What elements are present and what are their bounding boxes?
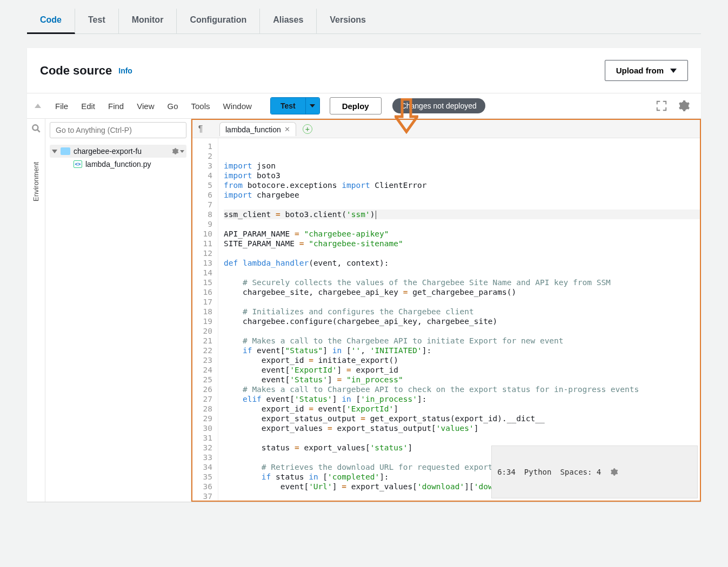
- panel-header: Code source Info Upload from: [27, 48, 701, 93]
- line-gutter: 1234567891011121314151617181920212223242…: [192, 138, 218, 501]
- file-explorer: chargebee-export-fu <> lambda_function.p…: [45, 119, 191, 502]
- new-tab-button[interactable]: +: [303, 124, 312, 134]
- code-editor[interactable]: 1234567891011121314151617181920212223242…: [192, 138, 700, 501]
- goto-anything-input[interactable]: [50, 122, 186, 138]
- menu-find[interactable]: Find: [102, 98, 130, 114]
- code-content: import jsonimport boto3from botocore.exc…: [218, 138, 700, 501]
- tree-root-folder[interactable]: chargebee-export-fu: [50, 145, 186, 158]
- caret-down-icon: [310, 104, 315, 107]
- editor-tab-label: lambda_function: [225, 125, 281, 134]
- svg-point-0: [32, 125, 38, 130]
- folder-icon: [61, 147, 70, 155]
- lambda-tab-strip: CodeTestMonitorConfigurationAliasesVersi…: [27, 5, 701, 34]
- tab-aliases[interactable]: Aliases: [260, 9, 317, 33]
- environment-side-tab[interactable]: Environment: [32, 160, 40, 204]
- upload-from-button[interactable]: Upload from: [605, 60, 688, 81]
- test-split-button: Test: [270, 97, 320, 114]
- editor-status-bar: 6:34 Python Spaces: 4: [491, 446, 698, 498]
- close-tab-icon[interactable]: ✕: [284, 125, 290, 133]
- code-source-panel: Code source Info Upload from FileEditFin…: [27, 48, 701, 502]
- info-link[interactable]: Info: [118, 66, 132, 75]
- editor-pane: ¶ lambda_function ✕ + 123456789101112131…: [191, 119, 701, 502]
- cloud9-ide: FileEditFindViewGoToolsWindow Test Deplo…: [27, 93, 701, 502]
- deploy-button[interactable]: Deploy: [330, 97, 382, 114]
- menu-view[interactable]: View: [130, 98, 161, 114]
- menu-go[interactable]: Go: [161, 98, 184, 114]
- caret-down-icon: [670, 69, 677, 73]
- fullscreen-icon[interactable]: [656, 100, 667, 112]
- tab-monitor[interactable]: Monitor: [119, 9, 177, 33]
- editor-tab[interactable]: lambda_function ✕: [219, 122, 296, 136]
- upload-from-label: Upload from: [616, 66, 664, 75]
- menu-window[interactable]: Window: [217, 98, 258, 114]
- test-dropdown-button[interactable]: [305, 98, 319, 114]
- ide-body: Environment chargebee-export-fu: [27, 118, 701, 502]
- editor-tab-bar: ¶ lambda_function ✕ +: [192, 120, 700, 138]
- panel-title: Code source: [40, 64, 112, 78]
- language-mode[interactable]: Python: [524, 467, 552, 477]
- cursor-position: 6:34: [497, 467, 516, 477]
- file-tree: chargebee-export-fu <> lambda_function.p…: [45, 141, 191, 174]
- python-file-icon: <>: [74, 160, 82, 168]
- tab-test[interactable]: Test: [75, 9, 119, 33]
- tab-configuration[interactable]: Configuration: [177, 9, 260, 33]
- tree-file-item[interactable]: <> lambda_function.py: [50, 158, 186, 171]
- gear-icon[interactable]: [610, 448, 692, 496]
- search-icon[interactable]: [31, 123, 42, 134]
- outline-icon[interactable]: ¶: [196, 124, 205, 134]
- indent-setting[interactable]: Spaces: 4: [560, 467, 601, 477]
- test-button[interactable]: Test: [271, 98, 305, 114]
- menu-file[interactable]: File: [49, 98, 75, 114]
- collapse-toolbar-icon[interactable]: [35, 104, 41, 108]
- gear-icon[interactable]: [677, 99, 690, 112]
- tree-settings-button[interactable]: [171, 147, 184, 155]
- side-rail: Environment: [27, 119, 45, 502]
- menu-tools[interactable]: Tools: [184, 98, 216, 114]
- tab-versions[interactable]: Versions: [317, 9, 379, 33]
- tab-code[interactable]: Code: [27, 9, 75, 34]
- tree-root-label: chargebee-export-fu: [74, 147, 142, 156]
- deploy-status-pill: Changes not deployed: [392, 98, 485, 113]
- tree-file-label: lambda_function.py: [85, 160, 151, 168]
- ide-toolbar: FileEditFindViewGoToolsWindow Test Deplo…: [27, 93, 701, 118]
- menu-edit[interactable]: Edit: [75, 98, 102, 114]
- chevron-down-icon: [52, 150, 57, 153]
